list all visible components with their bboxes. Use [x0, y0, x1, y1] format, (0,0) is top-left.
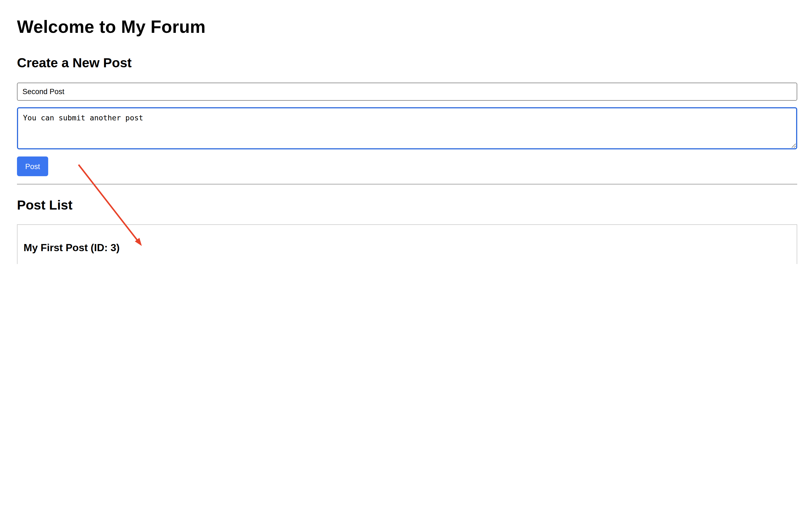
divider: [17, 184, 797, 185]
post-list-heading: Post List: [17, 197, 797, 213]
main-content: Welcome to My Forum Create a New Post Yo…: [0, 17, 812, 264]
post-content-textarea[interactable]: You can submit another post: [17, 107, 797, 149]
post-title: My First Post (ID: 3): [24, 242, 791, 254]
post-submit-button[interactable]: Post: [17, 156, 48, 176]
create-post-heading: Create a New Post: [17, 55, 797, 71]
page-title: Welcome to My Forum: [17, 17, 797, 37]
post-card: My First Post (ID: 3) I just submitted m…: [17, 224, 797, 264]
forum-page: Welcome to My Forum Create a New Post Yo…: [0, 0, 812, 264]
post-title-input[interactable]: [17, 82, 797, 101]
